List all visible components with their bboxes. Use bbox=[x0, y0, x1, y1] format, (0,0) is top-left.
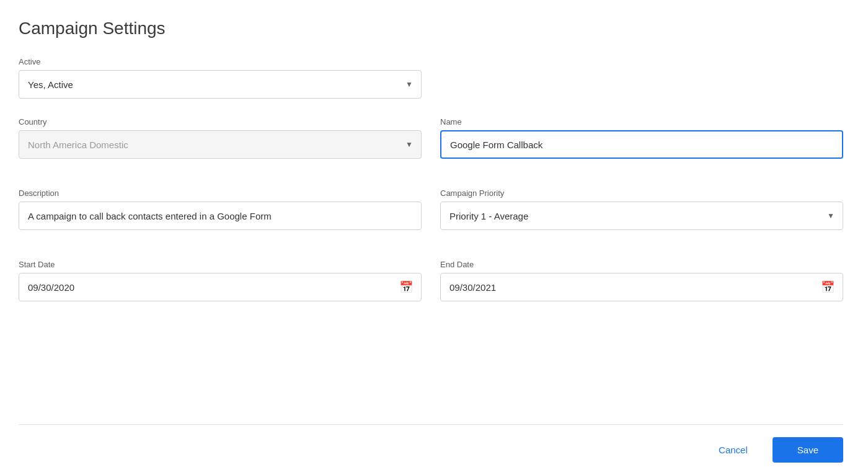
start-date-label: Start Date bbox=[19, 260, 422, 269]
form-content: Active Yes, Active No, Inactive ▼ Countr… bbox=[19, 57, 843, 424]
country-select[interactable]: North America Domestic Europe Asia Pacif… bbox=[19, 130, 422, 159]
country-name-row: Country North America Domestic Europe As… bbox=[19, 117, 843, 174]
campaign-priority-label: Campaign Priority bbox=[440, 189, 843, 198]
active-select[interactable]: Yes, Active No, Inactive bbox=[19, 70, 422, 99]
country-label: Country bbox=[19, 117, 422, 127]
page-title: Campaign Settings bbox=[19, 19, 843, 38]
desc-priority-row: Description Campaign Priority Priority 1… bbox=[19, 189, 843, 245]
description-input[interactable] bbox=[19, 202, 422, 230]
name-input[interactable] bbox=[440, 130, 843, 159]
save-button[interactable]: Save bbox=[773, 437, 843, 463]
campaign-priority-select[interactable]: Priority 1 - Average Priority 2 - High P… bbox=[440, 202, 843, 230]
name-field-group: Name bbox=[440, 117, 843, 159]
page-container: Campaign Settings Active Yes, Active No,… bbox=[0, 0, 868, 475]
end-date-field-group: End Date 📅 bbox=[440, 260, 843, 301]
cancel-button[interactable]: Cancel bbox=[706, 438, 760, 461]
country-select-wrapper: North America Domestic Europe Asia Pacif… bbox=[19, 130, 422, 159]
description-label: Description bbox=[19, 189, 422, 198]
country-field-group: Country North America Domestic Europe As… bbox=[19, 117, 422, 159]
footer: Cancel Save bbox=[19, 424, 843, 475]
start-date-field-group: Start Date 📅 bbox=[19, 260, 422, 301]
date-row: Start Date 📅 End Date 📅 bbox=[19, 260, 843, 316]
active-field-row: Active Yes, Active No, Inactive ▼ bbox=[19, 57, 422, 99]
name-label: Name bbox=[440, 117, 843, 127]
start-date-input[interactable] bbox=[19, 273, 422, 301]
end-date-wrapper: 📅 bbox=[440, 273, 843, 301]
description-field-group: Description bbox=[19, 189, 422, 230]
start-date-wrapper: 📅 bbox=[19, 273, 422, 301]
campaign-priority-field-group: Campaign Priority Priority 1 - Average P… bbox=[440, 189, 843, 230]
active-label: Active bbox=[19, 57, 422, 66]
end-date-input[interactable] bbox=[440, 273, 843, 301]
campaign-priority-select-wrapper: Priority 1 - Average Priority 2 - High P… bbox=[440, 202, 843, 230]
end-date-label: End Date bbox=[440, 260, 843, 269]
active-select-wrapper: Yes, Active No, Inactive ▼ bbox=[19, 70, 422, 99]
